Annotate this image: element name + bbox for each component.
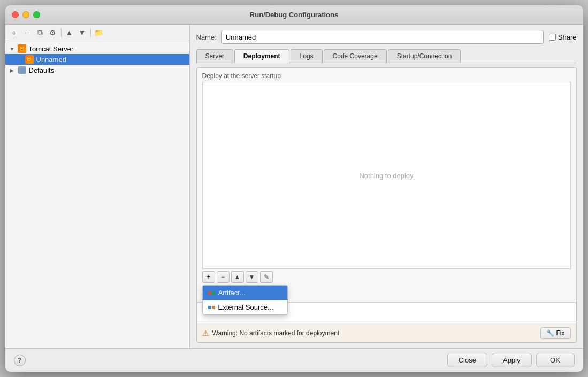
- external-source-menu-item[interactable]: External Source...: [203, 300, 287, 314]
- add-deploy-dropdown: Artifact... External Source...: [202, 285, 288, 315]
- settings-config-button[interactable]: ⚙: [47, 27, 59, 39]
- help-button[interactable]: ?: [14, 355, 26, 366]
- defaults-label: Defaults: [29, 66, 55, 74]
- share-checkbox[interactable]: [549, 34, 556, 41]
- tree-unnamed-config[interactable]: 🐱 Unnamed: [5, 54, 189, 65]
- tomcat-icon: 🐱: [17, 44, 27, 53]
- deploy-at-startup-label: Deploy at the server startup: [197, 68, 576, 82]
- unnamed-config-label: Unnamed: [36, 56, 66, 64]
- bottom-bar: ? Close Apply OK: [5, 348, 583, 372]
- defaults-icon: [17, 66, 27, 74]
- add-config-button[interactable]: +: [9, 27, 20, 39]
- move-up-button[interactable]: ▲: [64, 27, 75, 39]
- deploy-remove-button[interactable]: −: [217, 271, 230, 283]
- external-source-icon: [208, 306, 215, 309]
- title-bar: Run/Debug Configurations: [5, 5, 583, 25]
- tab-startup-connection[interactable]: Startup/Connection: [388, 49, 461, 63]
- artifact-icon: [208, 291, 215, 295]
- dialog-title: Run/Debug Configurations: [250, 11, 338, 19]
- tab-deployment[interactable]: Deployment: [234, 49, 289, 63]
- apply-button[interactable]: Apply: [492, 353, 532, 367]
- name-label: Name:: [196, 33, 217, 41]
- deploy-list: Nothing to deploy: [202, 82, 571, 269]
- close-window-button[interactable]: [12, 11, 19, 18]
- copy-config-button[interactable]: ⧉: [34, 27, 46, 39]
- tabs-bar: Server Deployment Logs Code Coverage Sta…: [196, 49, 577, 63]
- tree-tomcat-server[interactable]: ▼ 🐱 Tomcat Server: [5, 43, 189, 54]
- folder-button[interactable]: 📁: [93, 27, 105, 39]
- close-button[interactable]: Close: [447, 353, 487, 367]
- defaults-expand-icon: ▶: [10, 67, 17, 73]
- fix-button[interactable]: 🔧 Fix: [540, 327, 571, 339]
- minimize-window-button[interactable]: [22, 11, 29, 18]
- deploy-edit-button[interactable]: ✎: [260, 271, 273, 283]
- content-area: Deploy at the server startup Nothing to …: [196, 67, 577, 343]
- move-down-button[interactable]: ▼: [77, 27, 88, 39]
- deploy-up-button[interactable]: ▲: [231, 271, 244, 283]
- tab-code-coverage[interactable]: Code Coverage: [324, 49, 387, 63]
- share-row: Share: [549, 33, 577, 41]
- right-panel: Name: Share Server Deployment Logs Code …: [190, 25, 583, 348]
- toolbar-separator-2: [90, 28, 91, 37]
- maximize-window-button[interactable]: [33, 11, 40, 18]
- tree-defaults[interactable]: ▶ Defaults: [5, 65, 189, 75]
- tab-logs[interactable]: Logs: [291, 49, 323, 63]
- window-controls: [12, 11, 40, 18]
- left-panel: + − ⧉ ⚙ ▲ ▼ 📁 ▼ 🐱 Tomcat Server: [5, 25, 190, 348]
- tab-server[interactable]: Server: [196, 49, 233, 63]
- fix-icon: 🔧: [546, 329, 554, 337]
- toolbar-separator: [61, 28, 62, 37]
- warning-text: Warning: No artifacts marked for deploym…: [212, 329, 540, 337]
- remove-config-button[interactable]: −: [21, 27, 33, 39]
- unnamed-config-icon: 🐱: [25, 55, 34, 64]
- ok-button[interactable]: OK: [536, 353, 575, 367]
- action-buttons: Close Apply OK: [447, 353, 575, 367]
- dialog-body: + − ⧉ ⚙ ▲ ▼ 📁 ▼ 🐱 Tomcat Server: [5, 25, 583, 348]
- artifact-menu-item[interactable]: Artifact...: [203, 286, 287, 300]
- expand-icon: ▼: [10, 46, 17, 52]
- warning-bar: ⚠ Warning: No artifacts marked for deplo…: [197, 324, 576, 342]
- nothing-to-deploy-text: Nothing to deploy: [359, 172, 413, 180]
- deploy-down-button[interactable]: ▼: [246, 271, 258, 283]
- tomcat-server-label: Tomcat Server: [29, 45, 74, 53]
- warning-icon: ⚠: [202, 329, 209, 337]
- name-row: Name: Share: [196, 30, 577, 44]
- name-input[interactable]: [221, 30, 544, 44]
- deploy-toolbar: + − ▲ ▼ ✎ Artifact...: [197, 269, 576, 285]
- deploy-add-button[interactable]: +: [202, 271, 215, 283]
- left-toolbar: + − ⧉ ⚙ ▲ ▼ 📁: [5, 25, 189, 41]
- run-debug-dialog: Run/Debug Configurations + − ⧉ ⚙ ▲ ▼ 📁 ▼: [5, 5, 583, 372]
- share-label: Share: [558, 33, 577, 41]
- config-tree: ▼ 🐱 Tomcat Server 🐱 Unnamed ▶: [5, 41, 189, 348]
